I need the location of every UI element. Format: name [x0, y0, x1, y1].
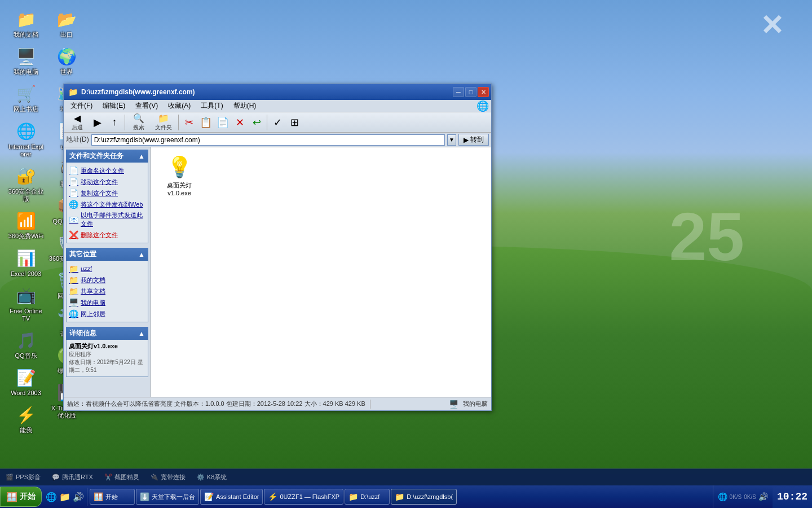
delete-button[interactable]: ✕ [232, 115, 248, 130]
folders-icon: 📁 [158, 113, 169, 124]
tray-volume-icon[interactable]: 🔊 [758, 492, 768, 501]
excel-label: Excel 2003 [11, 270, 41, 278]
task-uzzf-icon: 📁 [348, 492, 358, 501]
toolbar: ◀ 后退 ▶ ↑ 🔍 搜索 📁 文件夹 ✂ 📋 📄 ✕ ↩ ✓ ⊞ [64, 112, 491, 133]
details-body: 桌面关灯v1.0.exe 应用程序 修改日期：2012年5月22日 星期二，9:… [66, 340, 148, 377]
place-mydocs-link[interactable]: 📁 我的文档 [69, 274, 145, 286]
notif-txrtx[interactable]: 💬 腾讯通RTX [52, 473, 93, 481]
other-places-header[interactable]: 其它位置 ▲ [66, 248, 148, 261]
status-bar: 描述：看视频什么会可以降低省蓄亮度 文件版本：1.0.0.0 包建日期：2012… [64, 397, 491, 410]
paste-button[interactable]: 📄 [215, 115, 231, 130]
task-flashfxp-label: 0UZZF1 — FlashFXP [280, 493, 339, 500]
desktop: 25 ✕ 📁 我的文档 🖥️ 我的电脑 🛒 网上书店 🌐 Internet Ex… [0, 0, 812, 508]
desktop-icon-world[interactable]: 🌍 世界 [46, 43, 87, 79]
address-input[interactable] [91, 134, 445, 146]
close-x-button[interactable]: ✕ [760, 11, 784, 40]
desktop-icon-nengwo[interactable]: ⚡ 能我 [6, 401, 46, 437]
taskbar-tasks: 🪟 开始 ⬇️ 天堂下载一后台 📝 Assistant Editor ⚡ 0UZ… [87, 485, 713, 508]
rename-icon: 📄 [69, 166, 78, 175]
desktop-icon-internet[interactable]: 🌐 Internet Explorer [6, 118, 46, 161]
tray-network-icon[interactable]: 🌐 [718, 492, 727, 501]
start-button[interactable]: 🪟 开始 [0, 487, 42, 507]
copy-file-link[interactable]: 📄 复制这个文件 [69, 187, 145, 199]
menu-help[interactable]: 帮助(H) [229, 100, 261, 112]
menu-file[interactable]: 文件(F) [66, 100, 97, 112]
detail-type: 应用程序 [69, 351, 145, 358]
desktop-icon-excel[interactable]: 📊 Excel 2003 [6, 245, 46, 281]
place-mydocs-label: 我的文档 [81, 276, 105, 284]
notif-screenshot[interactable]: ✂️ 截图精灵 [104, 473, 139, 481]
desktop-icon-freeonlinetv[interactable]: 📺 Free Online TV [6, 282, 46, 326]
system-clock: 10:22 [773, 485, 812, 508]
menu-view[interactable]: 查看(V) [131, 100, 162, 112]
up-button[interactable]: ↑ [107, 115, 122, 130]
taskbar-task-assistant[interactable]: 📝 Assistant Editor [200, 489, 263, 505]
back-button[interactable]: ◀ 后退 [66, 114, 89, 131]
desktop-icon-360enterprise[interactable]: 🔐 360安全企业版 [6, 163, 46, 206]
taskbar-task-uzzf[interactable]: 📁 D:\uzzf [345, 489, 390, 505]
title-buttons: ─ □ ✕ [453, 87, 489, 97]
toolbar-sep-3 [267, 115, 267, 130]
taskbar-task-zmgdlsb[interactable]: 📁 D:\uzzf\zmgdlsb( [391, 489, 457, 505]
place-uzzf-link[interactable]: 📁 uzzf [69, 263, 145, 274]
maximize-button[interactable]: □ [465, 87, 476, 97]
taskbar-task-start[interactable]: 🪟 开始 [90, 489, 135, 505]
menu-tools[interactable]: 工具(T) [196, 100, 227, 112]
search-button[interactable]: 🔍 搜索 [127, 114, 150, 131]
tray-text-1: 0K/S [730, 494, 742, 500]
folders-button[interactable]: 📁 文件夹 [151, 114, 176, 131]
place-mypc-icon: 🖥️ [69, 298, 78, 307]
taskbar-task-download[interactable]: ⬇️ 天堂下载一后台 [136, 489, 199, 505]
ql-folder-icon[interactable]: 📁 [59, 491, 71, 503]
file-tasks-header[interactable]: 文件和文件夹任务 ▲ [66, 150, 148, 163]
desktop-icon-unknown1[interactable]: 📂 出口 [46, 6, 87, 42]
desktop-icon-word2003[interactable]: 📝 Word 2003 [6, 364, 46, 400]
undo-button[interactable]: ↩ [249, 115, 264, 130]
email-file-link[interactable]: 📧 以电子邮件形式发送此文件 [69, 210, 145, 229]
title-bar-left: 📁 D:\uzzf\zmgdlsb(www.greenxf.com) [68, 87, 195, 97]
rename-file-link[interactable]: 📄 重命名这个文件 [69, 165, 145, 176]
menu-edit[interactable]: 编辑(E) [98, 100, 130, 112]
publish-icon: 🌐 [69, 200, 78, 209]
publish-file-link[interactable]: 🌐 将这个文件发布到Web [69, 199, 145, 210]
word2003-icon: 📝 [16, 367, 36, 388]
cut-button[interactable]: ✂ [181, 115, 197, 130]
file-icon-bulb: 💡 [167, 155, 192, 179]
go-button[interactable]: ▶ 转到 [458, 134, 489, 146]
view-button[interactable]: ⊞ [286, 115, 302, 130]
menu-favorites[interactable]: 收藏(A) [164, 100, 195, 112]
desktop-icon-online-shop[interactable]: 🛒 网上书店 [6, 80, 46, 116]
delete-file-link[interactable]: ❌ 删除这个文件 [69, 229, 145, 240]
place-network-icon: 🌐 [69, 309, 78, 318]
desktop-icon-my-pc[interactable]: 🖥️ 我的电脑 [6, 43, 46, 79]
notif-ppslive[interactable]: 🎬 PPS影音 [6, 473, 41, 481]
file-item-desktop-light[interactable]: 💡 桌面关灯v1.0.exe [157, 153, 202, 199]
file-area[interactable]: 💡 桌面关灯v1.0.exe [151, 147, 491, 397]
forward-button[interactable]: ▶ [90, 115, 105, 130]
move-file-link[interactable]: 📄 移动这个文件 [69, 176, 145, 187]
desktop-icon-360wifi[interactable]: 📶 360免费WiFi [6, 207, 46, 243]
toolbar-sep-1 [125, 115, 125, 130]
copy-button[interactable]: 📋 [198, 115, 214, 130]
explorer-icon: 📁 [68, 87, 78, 97]
taskbar-task-flashfxp[interactable]: ⚡ 0UZZF1 — FlashFXP [264, 489, 343, 505]
place-network-link[interactable]: 🌐 网上邻居 [69, 308, 145, 319]
desktop-icon-qqmusic[interactable]: 🎵 QQ音乐 [6, 327, 46, 363]
internet-label: Internet Explorer [8, 143, 44, 158]
ql-volume-icon[interactable]: 🔊 [72, 491, 85, 503]
rename-label: 重命名这个文件 [81, 167, 124, 175]
place-mypc-link[interactable]: 🖥️ 我的电脑 [69, 297, 145, 308]
notif-broadband[interactable]: 🔌 宽带连接 [151, 473, 186, 481]
details-header[interactable]: 详细信息 ▲ [66, 327, 148, 340]
tray-text-2: 0K/S [744, 494, 756, 500]
address-dropdown[interactable]: ▼ [447, 134, 456, 146]
desktop-icon-my-docs[interactable]: 📁 我的文档 [6, 6, 46, 42]
explorer-window: 📁 D:\uzzf\zmgdlsb(www.greenxf.com) ─ □ ✕… [63, 84, 492, 411]
check-button[interactable]: ✓ [270, 115, 285, 130]
notif-k8sys[interactable]: ⚙️ K8系统 [197, 473, 227, 481]
ql-browser-icon[interactable]: 🌐 [45, 491, 58, 503]
explorer-main-content: 文件和文件夹任务 ▲ 📄 重命名这个文件 📄 移动这个文件 [64, 147, 491, 397]
close-button[interactable]: ✕ [478, 87, 489, 97]
place-shareddocs-link[interactable]: 📁 共享文档 [69, 286, 145, 297]
minimize-button[interactable]: ─ [453, 87, 464, 97]
